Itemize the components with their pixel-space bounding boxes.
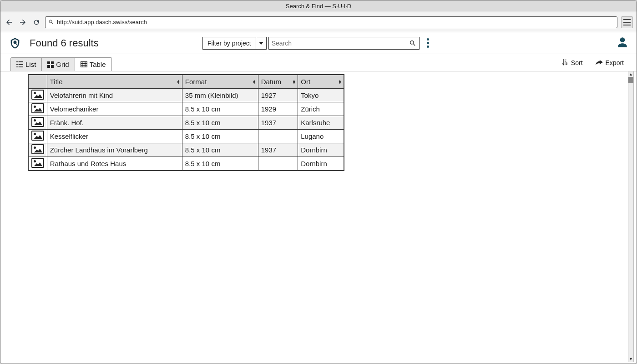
cell-title: Zürcher Landhaus im Vorarlberg bbox=[47, 143, 182, 157]
cell-title: Velofahrerin mit Kind bbox=[47, 89, 182, 102]
cell-format: 8.5 x 10 cm bbox=[182, 130, 258, 143]
hamburger-icon bbox=[623, 19, 631, 25]
caret-down-icon bbox=[256, 37, 266, 49]
export-label: Export bbox=[606, 59, 624, 66]
window-titlebar: Search & Find — S·U·I·D bbox=[0, 0, 637, 12]
col-ort[interactable]: Ort ▲▼ bbox=[298, 75, 344, 89]
row-thumbnail[interactable] bbox=[29, 130, 47, 143]
col-title[interactable]: Title ▲▼ bbox=[47, 75, 182, 89]
sort-caret-icon: ▲▼ bbox=[253, 80, 256, 84]
sort-caret-icon: ▲▼ bbox=[338, 80, 342, 84]
browser-toolbar: http://suid.app.dasch.swiss/search bbox=[0, 12, 637, 32]
row-thumbnail[interactable] bbox=[29, 143, 47, 157]
image-icon bbox=[31, 158, 44, 168]
browser-menu-button[interactable] bbox=[621, 16, 633, 28]
content-area: ▲ ▼ Title ▲▼ Format ▲▼ bbox=[3, 71, 634, 362]
app-header: Found 6 results Filter by project bbox=[0, 32, 637, 54]
cell-format: 8.5 x 10 cm bbox=[182, 102, 258, 116]
image-icon bbox=[31, 117, 44, 127]
cell-ort: Karlsruhe bbox=[298, 116, 344, 130]
tab-list-label: List bbox=[25, 61, 36, 68]
col-format-label: Format bbox=[185, 78, 207, 86]
search-input[interactable] bbox=[272, 40, 409, 47]
sort-button[interactable]: Sort bbox=[562, 59, 583, 66]
table-row[interactable]: Zürcher Landhaus im Vorarlberg8.5 x 10 c… bbox=[29, 143, 344, 157]
cell-ort: Dornbirn bbox=[298, 143, 344, 157]
tab-grid[interactable]: Grid bbox=[42, 58, 75, 71]
row-thumbnail[interactable] bbox=[29, 89, 47, 102]
results-heading: Found 6 results bbox=[30, 37, 99, 49]
image-icon bbox=[31, 144, 44, 154]
row-thumbnail[interactable] bbox=[29, 157, 47, 171]
image-icon bbox=[31, 90, 44, 100]
cell-datum bbox=[258, 157, 298, 171]
cell-ort: Tokyo bbox=[298, 89, 344, 102]
image-icon bbox=[31, 131, 44, 141]
cell-format: 8.5 x 10 cm bbox=[182, 157, 258, 171]
search-icon bbox=[409, 40, 416, 47]
table-icon bbox=[81, 61, 87, 67]
cell-datum: 1937 bbox=[258, 143, 298, 157]
results-table-wrap: Title ▲▼ Format ▲▼ Datum ▲▼ Ort ▲▼ bbox=[28, 74, 344, 171]
project-filter-label: Filter by project bbox=[203, 37, 256, 49]
grid-icon bbox=[47, 61, 54, 68]
scrollbar[interactable]: ▲ ▼ bbox=[628, 71, 633, 362]
cell-title: Kesselflicker bbox=[47, 130, 182, 143]
cell-datum: 1937 bbox=[258, 116, 298, 130]
scroll-up-icon: ▲ bbox=[628, 71, 633, 77]
table-header-row: Title ▲▼ Format ▲▼ Datum ▲▼ Ort ▲▼ bbox=[29, 75, 344, 89]
cell-format: 35 mm (Kleinbild) bbox=[182, 89, 258, 102]
tab-table-label: Table bbox=[90, 61, 106, 68]
tab-table[interactable]: Table bbox=[75, 58, 111, 71]
view-tabs: List Grid Table bbox=[10, 57, 112, 71]
row-thumbnail[interactable] bbox=[29, 102, 47, 116]
search-icon bbox=[48, 19, 54, 25]
url-text: http://suid.app.dasch.swiss/search bbox=[57, 19, 614, 25]
sort-caret-icon: ▲▼ bbox=[177, 80, 180, 84]
tab-grid-label: Grid bbox=[56, 61, 69, 68]
col-datum-label: Datum bbox=[261, 78, 281, 86]
image-icon bbox=[31, 103, 44, 113]
project-filter-dropdown[interactable]: Filter by project bbox=[202, 37, 267, 50]
cell-ort: Dornbirn bbox=[298, 157, 344, 171]
app-logo-icon bbox=[9, 37, 21, 50]
cell-title: Fränk. Hof. bbox=[47, 116, 182, 130]
window-title: Search & Find — S·U·I·D bbox=[286, 3, 352, 10]
list-icon bbox=[16, 61, 23, 67]
export-icon bbox=[596, 60, 603, 66]
col-format[interactable]: Format ▲▼ bbox=[182, 75, 258, 89]
table-row[interactable]: Fränk. Hof.8.5 x 10 cm1937Karlsruhe bbox=[29, 116, 344, 130]
results-table: Title ▲▼ Format ▲▼ Datum ▲▼ Ort ▲▼ bbox=[28, 75, 344, 171]
table-row[interactable]: Kesselflicker8.5 x 10 cmLugano bbox=[29, 130, 344, 143]
row-thumbnail[interactable] bbox=[29, 116, 47, 130]
col-datum[interactable]: Datum ▲▼ bbox=[258, 75, 298, 89]
cell-ort: Zürich bbox=[298, 102, 344, 116]
view-bar: List Grid Table Sort Export bbox=[0, 54, 637, 71]
table-row[interactable]: Rathaus und Rotes Haus8.5 x 10 cmDornbir… bbox=[29, 157, 344, 171]
col-icon[interactable] bbox=[29, 75, 47, 89]
forward-button[interactable] bbox=[18, 17, 28, 27]
scroll-down-icon: ▼ bbox=[628, 356, 633, 362]
sort-label: Sort bbox=[571, 59, 583, 66]
cell-datum bbox=[258, 130, 298, 143]
export-button[interactable]: Export bbox=[596, 59, 624, 66]
tab-list[interactable]: List bbox=[11, 58, 42, 71]
user-account-button[interactable] bbox=[617, 36, 628, 50]
cell-format: 8.5 x 10 cm bbox=[182, 116, 258, 130]
reload-button[interactable] bbox=[31, 17, 41, 27]
sort-icon bbox=[562, 59, 568, 66]
cell-title: Rathaus und Rotes Haus bbox=[47, 157, 182, 171]
table-row[interactable]: Velomechaniker8.5 x 10 cm1929Zürich bbox=[29, 102, 344, 116]
cell-datum: 1929 bbox=[258, 102, 298, 116]
search-box[interactable] bbox=[268, 37, 420, 50]
address-bar[interactable]: http://suid.app.dasch.swiss/search bbox=[45, 16, 617, 28]
col-title-label: Title bbox=[50, 78, 63, 86]
search-options-button[interactable] bbox=[424, 38, 432, 48]
sort-caret-icon: ▲▼ bbox=[292, 80, 296, 84]
cell-ort: Lugano bbox=[298, 130, 344, 143]
back-button[interactable] bbox=[4, 17, 14, 27]
col-ort-label: Ort bbox=[301, 78, 310, 86]
table-row[interactable]: Velofahrerin mit Kind35 mm (Kleinbild)19… bbox=[29, 89, 344, 102]
cell-datum: 1927 bbox=[258, 89, 298, 102]
scroll-thumb[interactable] bbox=[628, 77, 633, 83]
